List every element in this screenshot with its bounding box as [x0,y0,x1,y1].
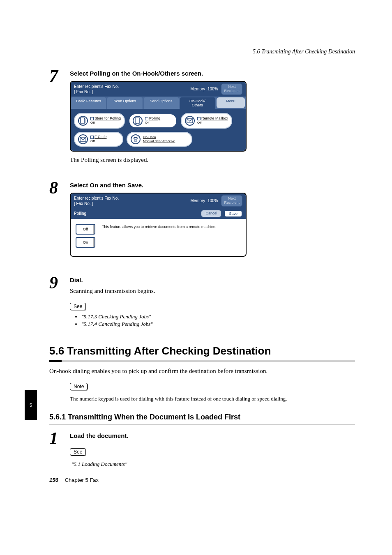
btn-label: Remote Mailbox [201,116,228,120]
polling-bar: Polling Cancel Save [71,208,246,219]
svg-rect-1 [135,118,139,123]
screen-header: Enter recipient's Fax No. [ Fax No. ] Me… [71,82,246,97]
svg-point-6 [136,140,136,140]
page-number: 156 [49,477,58,483]
f-code-button[interactable]: F CodeOff [74,132,123,147]
tab-onhook-others[interactable]: On-Hook/ Others [180,97,215,109]
onhook-manual-button[interactable]: On-Hook Manual Send/Receive [127,132,192,147]
screen-onhook-others: Enter recipient's Fax No. [ Fax No. ] Me… [70,81,247,152]
page-header [49,25,355,45]
footer-text: Chapter 5 Fax [65,477,99,483]
enter-label: Enter recipient's Fax No. [74,84,119,89]
tab-basic-features[interactable]: Basic Features [71,97,106,109]
step-text: Scanning and transmission begins. [70,288,355,295]
polling-body: Off On This feature allows you to retrie… [71,219,246,256]
ref-item: "5.17.3 Checking Pending Jobs" [81,313,355,320]
on-button[interactable]: On [76,237,95,248]
btn-label: Polling [149,116,160,120]
step-title: Select Polling on the On-Hook/Others scr… [70,70,355,77]
step-title: Load the document. [70,432,355,439]
svg-point-7 [136,140,136,140]
section-paragraph: On-hook dialing enables you to pick up a… [49,367,355,376]
step-number: 8 [49,179,70,262]
faxno-label: [ Fax No. ] [74,89,119,94]
see-references: "5.17.3 Checking Pending Jobs" "5.17.4 C… [70,313,355,327]
header-right-text: 5.6 Transmitting After Checking Destinat… [49,48,355,55]
phone-icon [131,134,141,144]
btn-state: Off [90,139,95,143]
btn-label: On-Hook Manual Send/Receive [143,135,175,143]
step-number: 7 [49,67,70,167]
tab-send-options[interactable]: Send Options [144,97,179,109]
screen-polling: Enter recipient's Fax No. [ Fax No. ] Me… [70,193,247,257]
manual-page: 5.6 Transmitting After Checking Destinat… [0,0,392,495]
see-badge: See [70,448,86,456]
off-button[interactable]: Off [76,224,95,235]
btn-state: Off [197,121,202,124]
step-number: 9 [49,274,70,328]
tab-bar: Basic Features Scan Options Send Options… [71,97,246,109]
btn-state: Off [90,121,95,124]
remote-mailbox-button[interactable]: Remote MailboxOff [181,113,232,129]
ref-item: "5.17.4 Canceling Pending Jobs" [81,321,355,327]
step-number: 1 [49,430,70,471]
btn-label: F Code [95,135,107,139]
menu-button[interactable]: Menu [217,97,245,108]
step-title: Dial. [70,276,355,283]
document-icon [78,116,88,126]
see-reference: "5.1 Loading Documents" [71,461,355,468]
step-title: Select On and then Save. [70,182,355,189]
tab-scan-options[interactable]: Scan Options [107,97,143,109]
svg-rect-0 [81,118,85,123]
note-text: The numeric keypad is used for dialing w… [70,395,355,403]
polling-button[interactable]: PollingOff [128,113,178,129]
store-for-polling-button[interactable]: Store for PollingOff [74,113,125,129]
btn-state: Off [145,121,150,124]
step-1: 1 Load the document. See "5.1 Loading Do… [49,430,355,471]
feature-description: This feature allows you to retrieve docu… [102,224,217,251]
save-button[interactable]: Save [224,210,242,217]
section-title: 5.6 Transmitting After Checking Destinat… [49,345,355,357]
next-recipient-button[interactable]: Next Recipient [221,195,242,207]
next-recipient-button[interactable]: Next Recipient [221,83,242,95]
memory-indicator: Memory :100% [190,198,218,203]
enter-label: Enter recipient's Fax No. [74,196,119,201]
screen-header: Enter recipient's Fax No. [ Fax No. ] Me… [71,193,246,208]
page-footer: 156 Chapter 5 Fax [49,477,99,483]
see-badge: See [70,303,86,310]
screen-body: Store for PollingOff PollingOff Remote M… [71,109,246,151]
memory-indicator: Memory :100% [190,87,218,91]
section-divider [49,360,355,362]
btn-label: Store for Polling [95,116,121,120]
svg-point-5 [135,140,135,140]
chapter-tab: 5 [25,390,37,420]
step-8: 8 Select On and then Save. Enter recipie… [49,179,355,262]
step-result: The Polling screen is displayed. [70,157,355,164]
envelope-icon [78,134,88,144]
subsection-divider [49,424,355,425]
note-badge: Note [70,383,88,390]
envelope-icon [185,116,195,126]
faxno-label: [ Fax No. ] [74,201,119,206]
bar-label: Polling [74,211,86,216]
cancel-button[interactable]: Cancel [201,210,221,217]
document-icon [133,116,143,126]
step-7: 7 Select Polling on the On-Hook/Others s… [49,67,355,167]
step-9: 9 Dial. Scanning and transmission begins… [49,274,355,328]
subsection-title: 5.6.1 Transmitting When the Document Is … [49,413,355,421]
